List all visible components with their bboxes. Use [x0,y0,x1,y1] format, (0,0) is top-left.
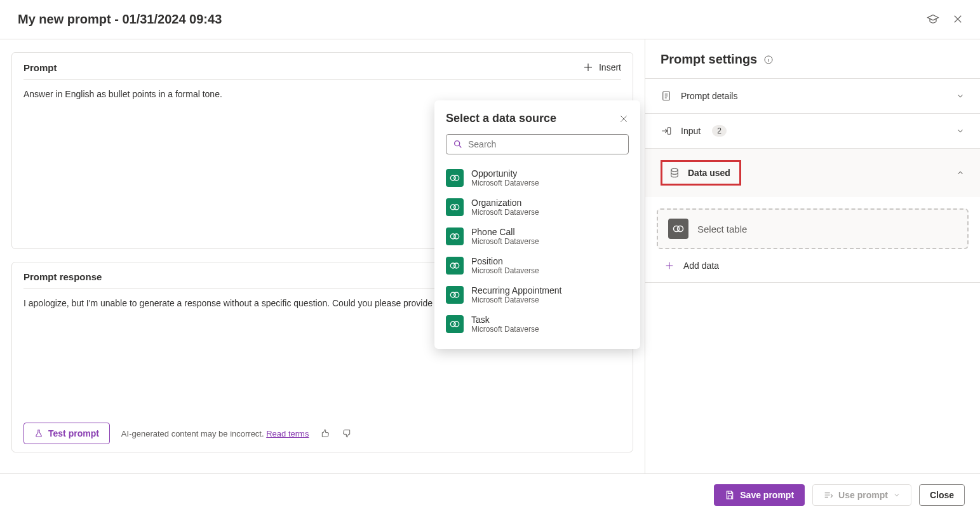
page-header: My new prompt - 01/31/2024 09:43 [0,0,980,39]
sidebar-header: Prompt settings [645,39,980,78]
close-label: Close [930,490,954,500]
select-table-label: Select table [697,224,747,234]
prompt-title: Prompt [23,62,57,73]
thumbs-down-icon[interactable] [342,428,352,438]
response-footer: Test prompt AI-generated content may be … [12,415,633,452]
dataverse-icon [446,315,464,333]
svg-point-12 [454,234,459,239]
setting-label: Prompt details [681,91,737,101]
thumbs-up-icon[interactable] [320,428,330,438]
plus-icon [664,261,675,271]
data-source-sub: Microsoft Dataverse [471,237,539,246]
dataverse-icon [446,198,464,216]
test-prompt-button[interactable]: Test prompt [23,423,110,444]
data-source-name: Position [471,256,539,266]
dataverse-icon [446,227,464,245]
data-source-item[interactable]: Opportunity Microsoft Dataverse [434,163,640,193]
chevron-down-icon [956,126,965,135]
dataverse-icon [446,286,464,304]
data-used-highlight: Data used [661,160,741,186]
database-icon [669,167,680,179]
data-source-sub: Microsoft Dataverse [471,179,539,187]
insert-label: Insert [599,62,621,72]
use-prompt-button[interactable]: Use prompt [812,484,911,506]
footer: Save prompt Use prompt Close [0,473,980,516]
save-prompt-button[interactable]: Save prompt [714,484,805,506]
svg-point-16 [454,292,459,297]
data-source-popover: Select a data source Opportunity Microso… [434,100,640,349]
chevron-up-icon [956,168,965,177]
svg-point-6 [455,141,460,146]
data-source-sub: Microsoft Dataverse [471,266,539,275]
data-source-text: Task Microsoft Dataverse [471,315,539,334]
save-icon [725,490,735,500]
setting-input[interactable]: Input 2 [645,114,980,148]
data-source-name: Phone Call [471,227,539,237]
data-source-text: Recurring Appointment Microsoft Datavers… [471,285,561,304]
save-label: Save prompt [740,490,794,500]
data-source-name: Task [471,315,539,325]
data-source-sub: Microsoft Dataverse [471,208,539,217]
data-source-item[interactable]: Organization Microsoft Dataverse [434,193,640,222]
divider [645,282,980,283]
setting-label: Data used [688,168,730,178]
data-source-sub: Microsoft Dataverse [471,325,539,334]
data-source-item[interactable]: Phone Call Microsoft Dataverse [434,222,640,251]
test-prompt-label: Test prompt [48,428,99,438]
settings-title: Prompt settings [661,52,757,67]
add-data-button[interactable]: Add data [645,249,980,282]
input-icon [661,125,672,137]
read-terms-link[interactable]: Read terms [266,429,309,438]
svg-point-5 [678,226,683,232]
svg-point-8 [454,175,459,180]
add-data-label: Add data [683,261,719,271]
close-icon[interactable] [619,114,629,124]
flask-icon [34,429,43,438]
page-title: My new prompt - 01/31/2024 09:43 [18,12,222,27]
document-icon [661,90,672,102]
data-source-text: Opportunity Microsoft Dataverse [471,168,539,187]
input-count-badge: 2 [712,125,727,137]
popover-title: Select a data source [446,112,556,125]
data-source-name: Organization [471,198,539,208]
insert-button[interactable]: Insert [582,62,621,73]
search-field[interactable] [468,139,622,149]
data-source-list: Opportunity Microsoft Dataverse Organiza… [434,161,640,341]
learn-icon[interactable] [927,13,939,26]
ai-disclaimer: AI-generated content may be incorrect. R… [121,429,309,438]
chevron-down-icon [956,92,965,100]
dataverse-icon [446,257,464,275]
settings-sidebar: Prompt settings Prompt details Input 2 [645,39,980,516]
svg-point-14 [454,263,459,268]
select-table-area: Select table [645,197,980,249]
data-source-item[interactable]: Recurring Appointment Microsoft Datavers… [434,280,640,309]
data-source-item[interactable]: Task Microsoft Dataverse [434,309,640,339]
use-label: Use prompt [838,490,888,500]
svg-point-3 [671,168,678,172]
plus-icon [582,62,594,73]
response-title: Prompt response [23,271,102,282]
setting-data-used[interactable]: Data used [645,149,980,197]
data-source-item[interactable]: Position Microsoft Dataverse [434,251,640,280]
search-icon [453,139,463,149]
close-button[interactable]: Close [919,484,965,506]
chevron-down-icon [893,491,901,499]
svg-rect-2 [668,128,671,135]
svg-point-18 [454,322,459,327]
data-source-name: Recurring Appointment [471,285,561,295]
select-table-button[interactable]: Select table [657,208,969,249]
popover-header: Select a data source [434,112,640,134]
data-source-text: Position Microsoft Dataverse [471,256,539,275]
data-source-text: Phone Call Microsoft Dataverse [471,227,539,246]
data-source-name: Opportunity [471,168,539,179]
info-icon[interactable] [763,55,774,65]
setting-label: Input [681,126,701,136]
use-icon [823,490,833,500]
data-source-text: Organization Microsoft Dataverse [471,198,539,217]
dataverse-icon [446,169,464,187]
data-source-sub: Microsoft Dataverse [471,295,561,304]
setting-prompt-details[interactable]: Prompt details [645,79,980,113]
svg-point-10 [454,205,459,210]
close-icon[interactable] [952,13,965,26]
search-input[interactable] [446,134,629,154]
